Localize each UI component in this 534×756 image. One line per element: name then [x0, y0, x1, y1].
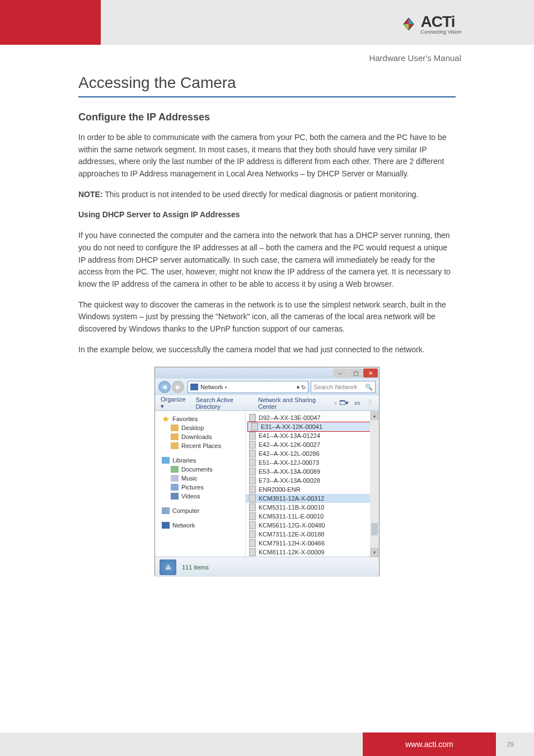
libraries-icon	[162, 457, 170, 464]
device-icon	[249, 530, 256, 538]
minimize-button[interactable]: –	[333, 368, 348, 377]
sidebar-downloads[interactable]: Downloads	[157, 432, 243, 441]
note-label: NOTE:	[78, 190, 103, 199]
note-block: NOTE: This product is not intended to be…	[78, 189, 456, 201]
organize-menu[interactable]: Organize ▾	[161, 396, 186, 410]
file-item[interactable]: D92--A-XX-13E-00047	[246, 413, 379, 422]
sidebar-pictures[interactable]: Pictures	[157, 483, 243, 492]
file-name: KCM7311-12E-X-00188	[259, 531, 324, 538]
device-icon	[249, 414, 256, 422]
file-item[interactable]: KCM7311-12E-X-00188	[246, 530, 379, 539]
device-icon	[249, 548, 256, 556]
search-ad-button[interactable]: Search Active Directory	[196, 396, 249, 410]
videos-icon	[171, 493, 179, 500]
search-input[interactable]: Search Network 🔍	[311, 381, 376, 393]
file-item[interactable]: E73--A-XX-13A-00028	[246, 476, 379, 485]
documents-icon	[171, 466, 179, 473]
folder-icon	[171, 433, 179, 440]
computer-icon	[162, 507, 170, 514]
file-item[interactable]: KCM3911-12A-X-00312	[246, 494, 379, 503]
file-name: E42--A-XX-12K-00027	[259, 441, 320, 448]
network-icon	[162, 522, 170, 529]
file-list: D92--A-XX-13E-00047E31--A-XX-12K-00041E4…	[246, 411, 379, 557]
scroll-down-icon[interactable]: ▾	[370, 548, 379, 557]
scroll-thumb[interactable]	[371, 523, 378, 535]
address-bar[interactable]: Network ▸ ▾↻	[188, 381, 308, 393]
device-icon	[249, 486, 256, 493]
sidebar-videos[interactable]: Videos	[157, 492, 243, 501]
chevron-icon: ▸	[225, 384, 228, 390]
sidebar-recent[interactable]: Recent Places	[157, 441, 243, 450]
sidebar-network[interactable]: Network	[157, 521, 243, 530]
device-icon	[249, 432, 256, 440]
scroll-up-icon[interactable]: ▴	[370, 411, 379, 420]
pictures-icon	[171, 484, 179, 491]
file-name: KCM5611-12G-X-00480	[259, 522, 325, 529]
file-name: KCM5311-11L-E-00010	[259, 513, 324, 520]
file-item[interactable]: ENR2000-ENR	[246, 485, 379, 494]
breadcrumb-network[interactable]: Network	[200, 384, 223, 390]
file-item[interactable]: E41--A-XX-13A-01224	[246, 431, 379, 440]
file-name: D92--A-XX-13E-00047	[259, 414, 321, 421]
dhcp-body: If you have connected the computer and t…	[78, 230, 456, 290]
file-name: KCM8111-12K-X-00009	[259, 549, 324, 556]
device-icon	[249, 450, 256, 458]
scrollbar[interactable]: ▴ ▾	[370, 411, 379, 557]
network-status-icon: 🖧	[160, 559, 176, 575]
star-icon	[162, 416, 170, 422]
chevron-more-icon[interactable]: »	[334, 400, 337, 406]
heading-1: Accessing the Camera	[78, 74, 456, 92]
music-icon	[171, 475, 179, 482]
device-icon	[249, 494, 256, 502]
header-accent	[0, 0, 101, 45]
sidebar-desktop[interactable]: Desktop	[157, 423, 243, 432]
page-number: 29	[507, 741, 514, 748]
device-icon	[249, 503, 256, 511]
forward-button[interactable]: ►	[172, 381, 184, 393]
folder-icon	[171, 442, 179, 449]
sidebar-music[interactable]: Music	[157, 474, 243, 483]
close-button[interactable]: ✕	[363, 368, 378, 377]
maximize-button[interactable]: ▢	[348, 368, 363, 377]
dhcp-title: Using DHCP Server to Assign IP Addresses	[78, 209, 456, 221]
status-bar: 🖧 111 items	[155, 557, 379, 577]
device-icon	[249, 459, 256, 466]
help-icon[interactable]: ❔	[366, 399, 373, 407]
preview-icon[interactable]: ▭	[354, 399, 360, 407]
file-item[interactable]: KCM7911-12H-X-00466	[246, 539, 379, 548]
brand-name: ACTi	[421, 13, 461, 31]
file-name: E31--A-XX-12K-00041	[261, 423, 322, 430]
file-name: KCM3911-12A-X-00312	[259, 495, 324, 502]
file-item[interactable]: KCM5611-12G-X-00480	[246, 521, 379, 530]
file-name: ENR2000-ENR	[259, 486, 301, 493]
sidebar: Favorites Desktop Downloads Recent Place…	[155, 411, 246, 557]
footer: www.acti.com	[0, 732, 534, 756]
view-icon[interactable]: 🗔▾	[339, 399, 349, 407]
file-name: E73--A-XX-13A-00028	[259, 477, 320, 484]
example-paragraph: In the example below, we successfully th…	[78, 344, 456, 356]
device-icon	[249, 477, 256, 484]
file-item[interactable]: E42--A-XX-12L-00286	[246, 449, 379, 458]
toolbar: Organize ▾ Search Active Directory Netwo…	[155, 395, 379, 411]
sidebar-documents[interactable]: Documents	[157, 465, 243, 474]
sidebar-favorites[interactable]: Favorites	[157, 414, 243, 423]
file-item[interactable]: KCM5311-11B-X-00010	[246, 503, 379, 512]
device-icon	[249, 521, 256, 529]
footer-url: www.acti.com	[363, 732, 496, 756]
file-name: E51--A-XX-12J-00073	[259, 459, 319, 466]
file-item[interactable]: E31--A-XX-12K-00041	[247, 422, 376, 432]
sharing-center-button[interactable]: Network and Sharing Center	[258, 396, 322, 410]
file-name: KCM5311-11B-X-00010	[259, 504, 324, 511]
file-item[interactable]: E53--A-XX-13A-00089	[246, 467, 379, 476]
file-item[interactable]: E42--A-XX-12K-00027	[246, 440, 379, 449]
file-item[interactable]: KCM8111-12K-X-00009	[246, 548, 379, 557]
back-button[interactable]: ◄	[158, 381, 171, 393]
file-name: KCM7911-12H-X-00466	[259, 540, 325, 547]
sidebar-computer[interactable]: Computer	[157, 506, 243, 515]
heading-2: Configure the IP Addresses	[78, 111, 456, 123]
file-item[interactable]: E51--A-XX-12J-00073	[246, 458, 379, 467]
document-title: Hardware User's Manual	[0, 53, 461, 63]
sidebar-libraries[interactable]: Libraries	[157, 456, 243, 465]
file-item[interactable]: KCM5311-11L-E-00010	[246, 512, 379, 521]
device-icon	[251, 423, 258, 431]
